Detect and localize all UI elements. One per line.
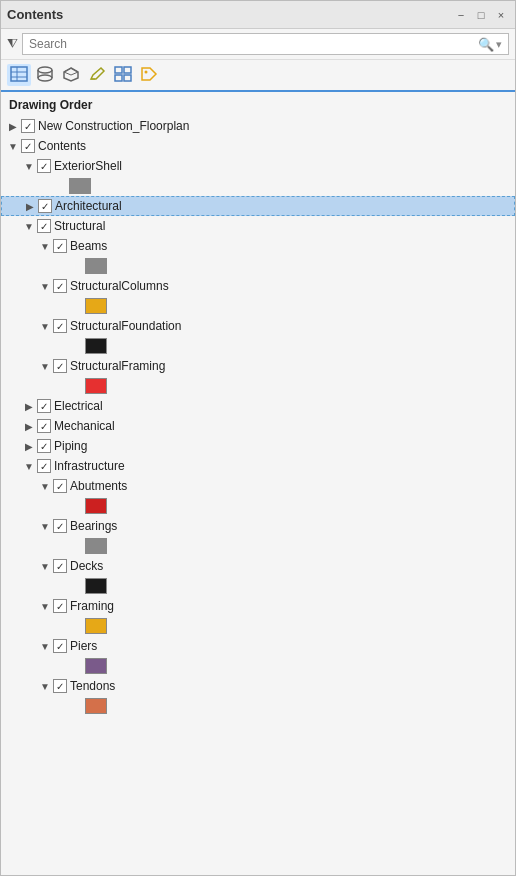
tree-row[interactable]: ▼ ✓ StructuralFoundation: [1, 316, 515, 336]
expand-icon[interactable]: ▼: [5, 138, 21, 154]
tree-row[interactable]: ▶ ✓ Electrical: [1, 396, 515, 416]
expand-icon[interactable]: ▶: [5, 118, 21, 134]
tree-row[interactable]: ▼ ✓ Beams: [1, 236, 515, 256]
checkbox[interactable]: ✓: [53, 559, 67, 573]
tree-row[interactable]: ▶ ✓ New Construction_Floorplan: [1, 116, 515, 136]
checkbox[interactable]: ✓: [53, 639, 67, 653]
item-label: ExteriorShell: [54, 159, 122, 173]
expand-icon[interactable]: ▼: [21, 458, 37, 474]
tree-row[interactable]: ▼ ✓ ExteriorShell: [1, 156, 515, 176]
tree-row[interactable]: ▼ ✓ Decks: [1, 556, 515, 576]
checkbox[interactable]: ✓: [53, 679, 67, 693]
checkbox[interactable]: ✓: [53, 519, 67, 533]
cylinder-tool-button[interactable]: [33, 64, 57, 86]
swatch-row: [1, 376, 515, 396]
checkbox[interactable]: ✓: [53, 239, 67, 253]
color-swatch[interactable]: [85, 658, 107, 674]
tree-row[interactable]: ▼ ✓ Abutments: [1, 476, 515, 496]
expand-icon[interactable]: ▶: [21, 418, 37, 434]
expand-icon[interactable]: ▼: [37, 558, 53, 574]
tree-row[interactable]: ▼ ✓ Tendons: [1, 676, 515, 696]
expand-icon[interactable]: ▶: [21, 438, 37, 454]
swatch-row: [1, 336, 515, 356]
expand-icon[interactable]: ▼: [37, 478, 53, 494]
tree-row[interactable]: ▶ ✓ Mechanical: [1, 416, 515, 436]
swatch-row: [1, 536, 515, 556]
color-swatch[interactable]: [85, 498, 107, 514]
expand-icon[interactable]: ▶: [21, 398, 37, 414]
tree-row[interactable]: ▼ ✓ Infrastructure: [1, 456, 515, 476]
tree-row[interactable]: ▼ ✓ Piers: [1, 636, 515, 656]
checkbox[interactable]: ✓: [53, 319, 67, 333]
expand-icon[interactable]: ▼: [37, 678, 53, 694]
expand-icon[interactable]: ▼: [37, 638, 53, 654]
search-icon[interactable]: 🔍: [478, 37, 494, 52]
color-swatch[interactable]: [85, 538, 107, 554]
expand-icon[interactable]: ▶: [22, 198, 38, 214]
minimize-button[interactable]: −: [453, 7, 469, 23]
svg-rect-0: [11, 67, 27, 81]
expand-icon[interactable]: ▼: [37, 278, 53, 294]
color-swatch[interactable]: [85, 578, 107, 594]
expand-icon[interactable]: ▼: [37, 598, 53, 614]
checkbox[interactable]: ✓: [37, 159, 51, 173]
checkbox[interactable]: ✓: [53, 359, 67, 373]
expand-icon[interactable]: ▼: [21, 218, 37, 234]
grid-tool-button[interactable]: [111, 64, 135, 86]
tag-tool-button[interactable]: [137, 64, 161, 86]
checkbox[interactable]: ✓: [37, 399, 51, 413]
title-bar: Contents − □ ×: [1, 1, 515, 29]
checkbox[interactable]: ✓: [37, 219, 51, 233]
checkbox[interactable]: ✓: [38, 199, 52, 213]
checkbox[interactable]: ✓: [37, 419, 51, 433]
color-swatch[interactable]: [69, 178, 91, 194]
tree-row[interactable]: ▼ ✓ Framing: [1, 596, 515, 616]
contents-panel: Contents − □ × ⧨ 🔍 ▾: [0, 0, 516, 876]
tree-row[interactable]: ▼ ✓ Bearings: [1, 516, 515, 536]
color-swatch[interactable]: [85, 338, 107, 354]
checkbox[interactable]: ✓: [37, 459, 51, 473]
swatch-row: [1, 256, 515, 276]
toolbar: [1, 60, 515, 92]
swatch-row: [1, 656, 515, 676]
tree-container[interactable]: ▶ ✓ New Construction_Floorplan ▼ ✓ Conte…: [1, 116, 515, 875]
pencil-tool-button[interactable]: [85, 64, 109, 86]
color-swatch[interactable]: [85, 698, 107, 714]
restore-button[interactable]: □: [473, 7, 489, 23]
swatch-row: [1, 616, 515, 636]
search-dropdown-icon[interactable]: ▾: [496, 38, 502, 51]
tree-row[interactable]: ▼ ✓ Contents: [1, 136, 515, 156]
close-button[interactable]: ×: [493, 7, 509, 23]
checkbox[interactable]: ✓: [53, 479, 67, 493]
item-label: Decks: [70, 559, 103, 573]
search-input[interactable]: [29, 37, 478, 51]
color-swatch[interactable]: [85, 258, 107, 274]
color-swatch[interactable]: [85, 298, 107, 314]
checkbox[interactable]: ✓: [21, 139, 35, 153]
svg-point-7: [38, 75, 52, 81]
section-header: Drawing Order: [1, 92, 515, 116]
checkbox[interactable]: ✓: [37, 439, 51, 453]
table-tool-button[interactable]: [7, 64, 31, 86]
item-label: Bearings: [70, 519, 117, 533]
color-swatch[interactable]: [85, 378, 107, 394]
item-label: StructuralFoundation: [70, 319, 181, 333]
expand-icon[interactable]: ▼: [37, 318, 53, 334]
tree-row[interactable]: ▶ ✓ Architectural: [1, 196, 515, 216]
tree-row[interactable]: ▼ ✓ Structural: [1, 216, 515, 236]
color-swatch[interactable]: [85, 618, 107, 634]
checkbox[interactable]: ✓: [21, 119, 35, 133]
checkbox[interactable]: ✓: [53, 279, 67, 293]
expand-icon[interactable]: ▼: [37, 518, 53, 534]
item-label: Contents: [38, 139, 86, 153]
expand-icon[interactable]: ▼: [21, 158, 37, 174]
tree-row[interactable]: ▼ ✓ StructuralColumns: [1, 276, 515, 296]
tree-row[interactable]: ▼ ✓ StructuralFraming: [1, 356, 515, 376]
polygon-tool-button[interactable]: [59, 64, 83, 86]
expand-icon[interactable]: ▼: [37, 358, 53, 374]
filter-row: ⧨ 🔍 ▾: [1, 29, 515, 60]
checkbox[interactable]: ✓: [53, 599, 67, 613]
svg-point-15: [145, 70, 148, 73]
tree-row[interactable]: ▶ ✓ Piping: [1, 436, 515, 456]
expand-icon[interactable]: ▼: [37, 238, 53, 254]
